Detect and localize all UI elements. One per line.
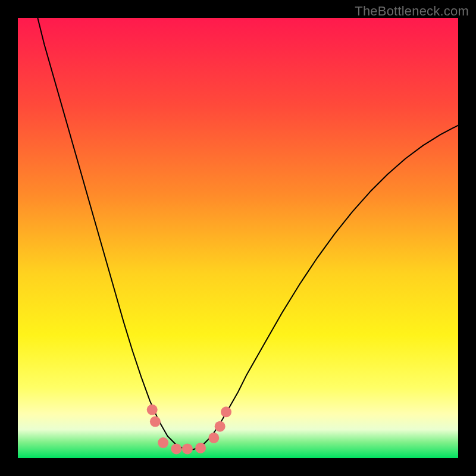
curve-marker [147,405,158,415]
curve-marker [158,437,168,448]
chart-frame: TheBottleneck.com [0,0,476,476]
curve-marker [208,433,219,443]
chart-svg [18,18,458,458]
curve-marker [150,416,161,427]
watermark-text: TheBottleneck.com [355,4,469,19]
curve-marker [195,443,206,453]
curve-marker [182,443,193,454]
curve-marker [215,421,226,432]
plot-area [18,18,458,458]
curve-marker [221,406,231,417]
curve-marker [171,443,181,454]
